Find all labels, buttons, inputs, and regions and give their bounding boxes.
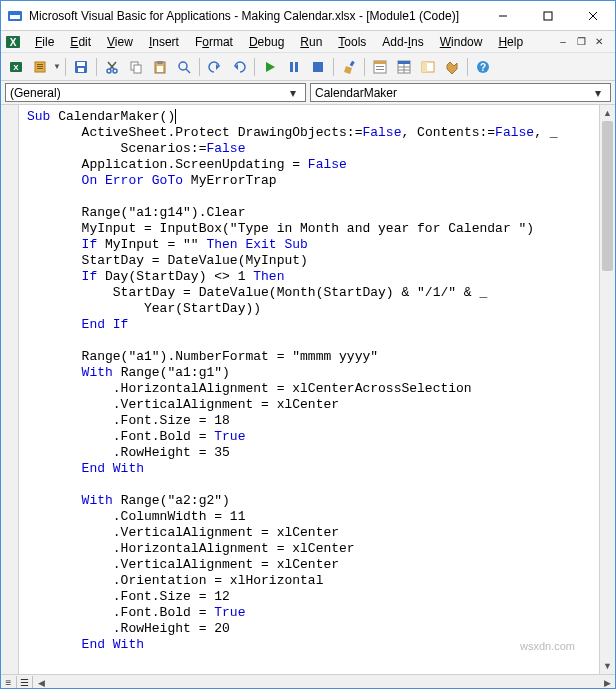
object-combo[interactable]: (General) ▾ (5, 83, 306, 102)
scrollbar-thumb[interactable] (602, 121, 613, 271)
separator (65, 58, 66, 76)
vertical-scrollbar[interactable]: ▲ ▼ (599, 105, 615, 674)
menu-view[interactable]: View (99, 33, 141, 51)
svg-rect-2 (10, 13, 20, 15)
svg-rect-38 (374, 61, 386, 64)
copy-icon[interactable] (125, 56, 147, 78)
svg-rect-23 (134, 65, 141, 73)
chevron-down-icon: ▾ (590, 86, 606, 100)
svg-rect-33 (295, 62, 298, 72)
project-explorer-icon[interactable] (369, 56, 391, 78)
svg-text:X: X (13, 63, 19, 72)
menu-edit[interactable]: Edit (62, 33, 99, 51)
svg-rect-25 (157, 61, 163, 64)
find-icon[interactable] (173, 56, 195, 78)
separator (467, 58, 468, 76)
insert-module-icon[interactable] (29, 56, 51, 78)
horizontal-scrollbar: ≡ ☰ ◀ ▶ (1, 674, 615, 689)
svg-point-27 (179, 62, 187, 70)
scroll-down-icon[interactable]: ▼ (600, 658, 615, 674)
menu-addins[interactable]: Add-Ins (374, 33, 431, 51)
object-browser-icon[interactable] (417, 56, 439, 78)
svg-text:?: ? (480, 62, 486, 73)
window-title: Microsoft Visual Basic for Applications … (29, 9, 480, 23)
minimize-button[interactable] (480, 1, 525, 31)
full-module-view-icon[interactable]: ☰ (17, 676, 33, 690)
procedure-combo[interactable]: CalendarMaker ▾ (310, 83, 611, 102)
svg-rect-12 (37, 64, 43, 65)
separator (254, 58, 255, 76)
object-procedure-bar: (General) ▾ CalendarMaker ▾ (1, 81, 615, 105)
menu-format[interactable]: Format (187, 33, 241, 51)
mdi-restore-button[interactable]: ❐ (573, 35, 589, 49)
redo-icon[interactable] (228, 56, 250, 78)
svg-rect-16 (77, 62, 85, 66)
break-icon[interactable] (283, 56, 305, 78)
hscroll-track[interactable] (49, 675, 599, 689)
menu-debug[interactable]: Debug (241, 33, 292, 51)
scroll-left-icon[interactable]: ◀ (33, 675, 49, 690)
menubar: X File Edit View Insert Format Debug Run… (1, 31, 615, 53)
svg-rect-13 (37, 66, 43, 67)
menu-help[interactable]: Help (490, 33, 531, 51)
chevron-down-icon: ▾ (285, 86, 301, 100)
menu-run[interactable]: Run (292, 33, 330, 51)
menu-insert[interactable]: Insert (141, 33, 187, 51)
undo-icon[interactable] (204, 56, 226, 78)
help-icon[interactable]: ? (472, 56, 494, 78)
menu-tools[interactable]: Tools (330, 33, 374, 51)
svg-point-20 (107, 69, 111, 73)
scroll-up-icon[interactable]: ▲ (600, 105, 615, 121)
maximize-button[interactable] (525, 1, 570, 31)
separator (364, 58, 365, 76)
mdi-close-button[interactable]: ✕ (591, 35, 607, 49)
paste-icon[interactable] (149, 56, 171, 78)
svg-rect-4 (544, 12, 552, 20)
svg-rect-14 (37, 68, 43, 69)
view-excel-icon[interactable]: X (5, 56, 27, 78)
svg-text:X: X (10, 37, 17, 48)
scroll-right-icon[interactable]: ▶ (599, 675, 615, 690)
svg-line-28 (186, 69, 190, 73)
svg-rect-42 (398, 61, 410, 64)
svg-rect-39 (376, 66, 384, 67)
run-icon[interactable] (259, 56, 281, 78)
toolbar: X ▼ ? (1, 53, 615, 81)
object-combo-value: (General) (10, 86, 285, 100)
separator (96, 58, 97, 76)
menu-file[interactable]: File (27, 33, 62, 51)
svg-rect-36 (350, 60, 355, 66)
svg-rect-40 (376, 69, 384, 70)
reset-icon[interactable] (307, 56, 329, 78)
svg-marker-35 (344, 66, 352, 74)
properties-window-icon[interactable] (393, 56, 415, 78)
svg-rect-47 (422, 62, 427, 72)
mdi-minimize-button[interactable]: – (555, 35, 571, 49)
svg-rect-34 (313, 62, 323, 72)
code-text[interactable]: Sub CalendarMaker() ActiveSheet.Protect … (19, 105, 599, 674)
insert-dropdown-icon[interactable]: ▼ (53, 62, 61, 71)
vba-app-icon (7, 8, 23, 24)
titlebar: Microsoft Visual Basic for Applications … (1, 1, 615, 31)
separator (333, 58, 334, 76)
svg-rect-26 (157, 66, 163, 72)
margin-indicator-bar (1, 105, 19, 674)
procedure-combo-value: CalendarMaker (315, 86, 590, 100)
svg-point-21 (113, 69, 117, 73)
cut-icon[interactable] (101, 56, 123, 78)
svg-marker-31 (266, 62, 275, 72)
code-editor[interactable]: Sub CalendarMaker() ActiveSheet.Protect … (1, 105, 615, 674)
separator (199, 58, 200, 76)
excel-icon: X (5, 34, 21, 50)
design-mode-icon[interactable] (338, 56, 360, 78)
procedure-view-icon[interactable]: ≡ (1, 676, 17, 690)
save-icon[interactable] (70, 56, 92, 78)
toolbox-icon[interactable] (441, 56, 463, 78)
close-button[interactable] (570, 1, 615, 31)
svg-rect-32 (290, 62, 293, 72)
svg-rect-17 (78, 68, 84, 72)
menu-window[interactable]: Window (432, 33, 491, 51)
